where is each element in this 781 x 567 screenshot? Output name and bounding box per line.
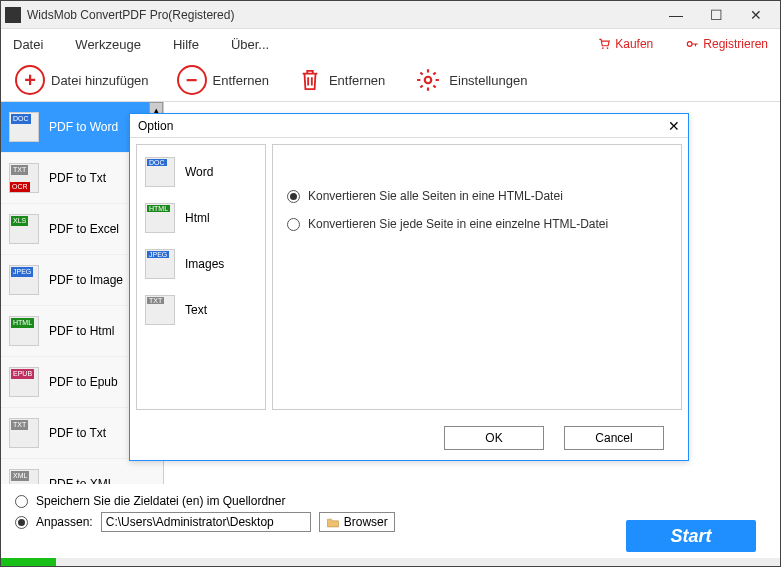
dialog-options-panel: Konvertieren Sie alle Seiten in eine HTM… xyxy=(272,144,682,410)
buy-label: Kaufen xyxy=(615,37,653,51)
folder-icon xyxy=(326,517,340,528)
cart-icon xyxy=(597,37,611,51)
file-type-icon: HTML xyxy=(9,316,39,346)
dialog-footer: OK Cancel xyxy=(130,416,688,460)
file-type-icon: HTML xyxy=(145,203,175,233)
sidebar-item-label: PDF to Txt xyxy=(49,171,106,185)
trash-icon xyxy=(297,65,323,95)
browse-label: Browser xyxy=(344,515,388,529)
svg-point-0 xyxy=(602,47,604,49)
each-page-label: Konvertieren Sie jede Seite in eine einz… xyxy=(308,217,608,231)
delete-label: Entfernen xyxy=(329,73,385,88)
dialog-titlebar: Option ✕ xyxy=(130,114,688,138)
minimize-button[interactable]: — xyxy=(656,5,696,25)
format-option-images[interactable]: JPEGImages xyxy=(137,241,265,287)
file-type-icon: EPUB xyxy=(9,367,39,397)
each-page-radio[interactable] xyxy=(287,218,300,231)
sidebar-item-label: PDF to Html xyxy=(49,324,114,338)
titlebar: WidsMob ConvertPDF Pro(Registered) — ☐ ✕ xyxy=(1,1,780,29)
format-option-html[interactable]: HTMLHtml xyxy=(137,195,265,241)
menubar: Datei Werkzeuge Hilfe Über... Kaufen Reg… xyxy=(1,29,780,59)
file-type-icon: XLS xyxy=(9,214,39,244)
delete-button[interactable]: Entfernen xyxy=(297,65,385,95)
svg-point-2 xyxy=(688,42,693,47)
add-file-label: Datei hinzufügen xyxy=(51,73,149,88)
start-button[interactable]: Start xyxy=(626,520,756,552)
menu-about[interactable]: Über... xyxy=(231,37,269,52)
key-icon xyxy=(685,37,699,51)
dialog-format-list: DOCWordHTMLHtmlJPEGImagesTXTText xyxy=(136,144,266,410)
register-link[interactable]: Registrieren xyxy=(685,37,768,51)
close-button[interactable]: ✕ xyxy=(736,5,776,25)
menu-tools[interactable]: Werkzeuge xyxy=(75,37,141,52)
dialog-title: Option xyxy=(138,119,173,133)
maximize-button[interactable]: ☐ xyxy=(696,5,736,25)
progress-fill xyxy=(1,558,56,566)
path-input[interactable] xyxy=(101,512,311,532)
menu-file[interactable]: Datei xyxy=(13,37,43,52)
register-label: Registrieren xyxy=(703,37,768,51)
format-option-text[interactable]: TXTText xyxy=(137,287,265,333)
remove-label: Entfernen xyxy=(213,73,269,88)
sidebar-item-label: PDF to Excel xyxy=(49,222,119,236)
file-type-icon: TXT xyxy=(9,418,39,448)
sidebar-item-pdf-to-xml[interactable]: XMLPDF to XML xyxy=(1,459,163,484)
option-dialog: Option ✕ DOCWordHTMLHtmlJPEGImagesTXTTex… xyxy=(129,113,689,461)
sidebar-item-label: PDF to XML xyxy=(49,477,114,484)
format-option-label: Images xyxy=(185,257,224,271)
progress-bar xyxy=(1,558,780,566)
file-type-icon: JPEG xyxy=(145,249,175,279)
add-file-button[interactable]: + Datei hinzufügen xyxy=(15,65,149,95)
window-title: WidsMob ConvertPDF Pro(Registered) xyxy=(27,8,656,22)
format-option-word[interactable]: DOCWord xyxy=(137,149,265,195)
file-type-icon: JPEG xyxy=(9,265,39,295)
settings-button[interactable]: Einstellungen xyxy=(413,65,527,95)
minus-icon: − xyxy=(177,65,207,95)
format-option-label: Html xyxy=(185,211,210,225)
sidebar-item-label: PDF to Txt xyxy=(49,426,106,440)
file-type-icon: TXTOCR xyxy=(9,163,39,193)
file-type-icon: DOC xyxy=(145,157,175,187)
toolbar: + Datei hinzufügen − Entfernen Entfernen… xyxy=(1,59,780,101)
file-type-icon: DOC xyxy=(9,112,39,142)
all-pages-label: Konvertieren Sie alle Seiten in eine HTM… xyxy=(308,189,563,203)
buy-link[interactable]: Kaufen xyxy=(597,37,653,51)
dialog-close-button[interactable]: ✕ xyxy=(668,118,680,134)
gear-icon xyxy=(413,65,443,95)
plus-icon: + xyxy=(15,65,45,95)
cancel-button[interactable]: Cancel xyxy=(564,426,664,450)
menu-help[interactable]: Hilfe xyxy=(173,37,199,52)
sidebar-item-label: PDF to Epub xyxy=(49,375,118,389)
save-in-source-label: Speichern Sie die Zieldatei (en) im Quel… xyxy=(36,494,285,508)
app-icon xyxy=(5,7,21,23)
ok-button[interactable]: OK xyxy=(444,426,544,450)
settings-label: Einstellungen xyxy=(449,73,527,88)
format-option-label: Text xyxy=(185,303,207,317)
save-in-source-radio[interactable] xyxy=(15,495,28,508)
sidebar-item-label: PDF to Word xyxy=(49,120,118,134)
format-option-label: Word xyxy=(185,165,213,179)
remove-button[interactable]: − Entfernen xyxy=(177,65,269,95)
file-type-icon: XML xyxy=(9,469,39,484)
custom-path-radio[interactable] xyxy=(15,516,28,529)
browse-button[interactable]: Browser xyxy=(319,512,395,532)
svg-point-1 xyxy=(607,47,609,49)
custom-label: Anpassen: xyxy=(36,515,93,529)
file-type-icon: TXT xyxy=(145,295,175,325)
svg-point-3 xyxy=(425,77,432,84)
sidebar-item-label: PDF to Image xyxy=(49,273,123,287)
all-pages-radio[interactable] xyxy=(287,190,300,203)
